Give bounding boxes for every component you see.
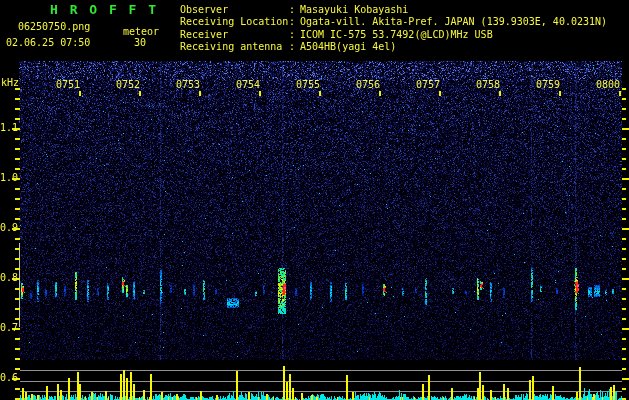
freq-tick-label: 0.7 [0, 323, 13, 333]
info-value: ICOM IC-575 53.7492(@LCD)MHz USB [300, 29, 493, 41]
time-tick-label: 0753 [176, 80, 200, 90]
info-separator: : [289, 4, 300, 16]
app-title: H R O F F T [50, 2, 158, 17]
info-value: Masayuki Kobayashi [300, 4, 408, 16]
info-value: Ogata-vill. Akita-Pref. JAPAN (139.9303E… [300, 16, 607, 28]
freq-tick-label: 1.0 [0, 173, 13, 183]
time-tick-label: 0756 [356, 80, 380, 90]
time-tick-label: 0757 [416, 80, 440, 90]
datetime-label: 02.06.25 07:50 [6, 37, 90, 48]
info-value: A504HB(yagi 4el) [300, 41, 396, 53]
info-label: Observer [180, 4, 289, 16]
freq-tick-label: 1.1 [0, 123, 13, 133]
filename-label: 06250750.png [18, 21, 90, 32]
info-label: Receiver [180, 29, 289, 41]
info-separator: : [289, 29, 300, 41]
time-tick-label: 0800 [596, 80, 620, 90]
spectrogram-canvas [0, 0, 629, 400]
freq-tick-label: 0.9 [0, 223, 13, 233]
interval-value: 30 [134, 37, 146, 48]
hrofft-window: H R O F F T 06250750.png meteor 02.06.25… [0, 0, 629, 400]
time-tick-label: 0752 [116, 80, 140, 90]
time-tick-label: 0751 [56, 80, 80, 90]
info-row-receiver: Receiver:ICOM IC-575 53.7492(@LCD)MHz US… [180, 29, 607, 41]
info-separator: : [289, 41, 300, 53]
info-label: Receiving antenna [180, 41, 289, 53]
freq-axis-unit-label: kHz [1, 77, 19, 88]
info-label: Receiving Location [180, 16, 289, 28]
info-row-observer: Observer:Masayuki Kobayashi [180, 4, 607, 16]
info-row-location: Receiving Location:Ogata-vill. Akita-Pre… [180, 16, 607, 28]
freq-tick-label: 0.6 [0, 373, 13, 383]
info-separator: : [289, 16, 300, 28]
info-row-antenna: Receiving antenna:A504HB(yagi 4el) [180, 41, 607, 53]
station-info: Observer:Masayuki Kobayashi Receiving Lo… [180, 4, 607, 54]
time-tick-label: 0759 [536, 80, 560, 90]
time-tick-label: 0754 [236, 80, 260, 90]
time-tick-label: 0758 [476, 80, 500, 90]
freq-tick-label: 0.8 [0, 273, 13, 283]
mode-label: meteor [123, 26, 159, 37]
time-tick-label: 0755 [296, 80, 320, 90]
